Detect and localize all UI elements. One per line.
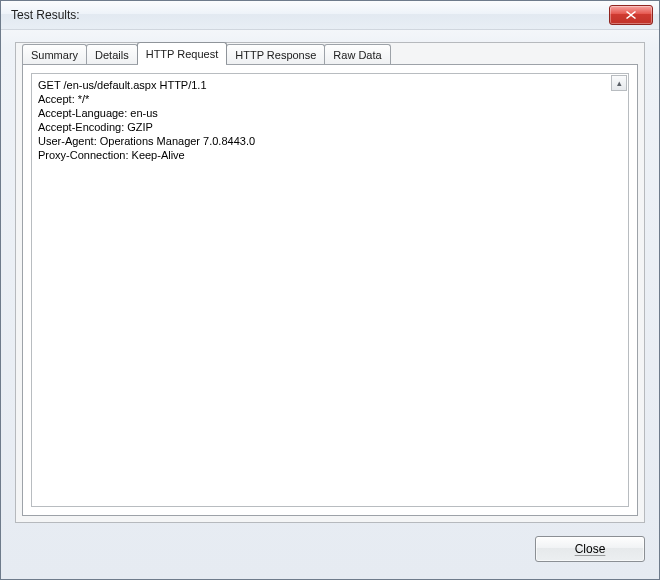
tab-control: Summary Details HTTP Request HTTP Respon…	[15, 42, 645, 523]
client-area: Summary Details HTTP Request HTTP Respon…	[1, 30, 659, 579]
dialog-window: Test Results: Summary Details HTTP Reque…	[0, 0, 660, 580]
scroll-up-button[interactable]: ▴	[611, 75, 627, 91]
tab-label: Summary	[31, 49, 78, 61]
chevron-up-icon: ▴	[617, 78, 622, 88]
http-request-text[interactable]: GET /en-us/default.aspx HTTP/1.1 Accept:…	[32, 74, 628, 506]
close-button[interactable]: Close	[535, 536, 645, 562]
dialog-footer: Close	[15, 523, 645, 569]
tab-details[interactable]: Details	[86, 44, 138, 65]
tab-http-request[interactable]: HTTP Request	[137, 42, 228, 64]
tab-label: Raw Data	[333, 49, 381, 61]
tab-raw-data[interactable]: Raw Data	[324, 44, 390, 65]
button-label: Close	[575, 542, 606, 556]
titlebar: Test Results:	[1, 1, 659, 30]
tab-label: HTTP Response	[235, 49, 316, 61]
tab-http-response[interactable]: HTTP Response	[226, 44, 325, 65]
tab-label: HTTP Request	[146, 48, 219, 60]
window-close-button[interactable]	[609, 5, 653, 25]
tab-label: Details	[95, 49, 129, 61]
tab-page: GET /en-us/default.aspx HTTP/1.1 Accept:…	[22, 64, 638, 516]
tabstrip: Summary Details HTTP Request HTTP Respon…	[16, 42, 644, 64]
window-title: Test Results:	[11, 8, 609, 22]
request-text-container: GET /en-us/default.aspx HTTP/1.1 Accept:…	[31, 73, 629, 507]
close-icon	[626, 11, 636, 19]
tab-summary[interactable]: Summary	[22, 44, 87, 65]
